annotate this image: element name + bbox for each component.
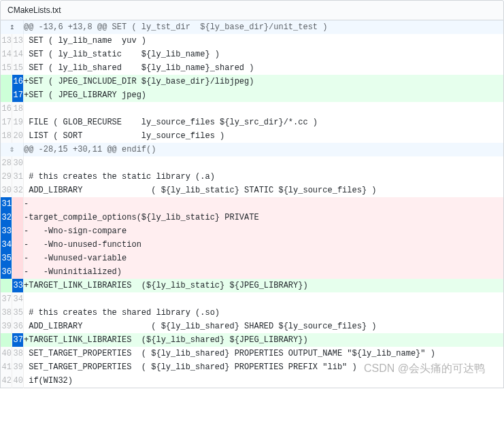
new-line-number[interactable]: 13: [12, 34, 24, 48]
old-line-number[interactable]: 42: [1, 374, 12, 388]
new-line-number[interactable]: 15: [12, 61, 24, 75]
old-line-number[interactable]: 32: [1, 211, 12, 224]
old-line-number[interactable]: 31: [1, 197, 12, 211]
code-line[interactable]: SET ( ly_lib_static ${ly_lib_name} ): [24, 48, 504, 61]
diff-row: 16+SET ( JPEG_INCLUDE_DIR ${ly_base_dir}…: [1, 75, 504, 88]
new-line-number[interactable]: 35: [12, 306, 24, 320]
code-line[interactable]: # this creates the shared library (.so): [24, 306, 504, 320]
code-line[interactable]: SET_TARGET_PROPERTIES ( ${ly_lib_shared}…: [24, 360, 504, 374]
diff-row: 32-target_compile_options(${ly_lib_stati…: [1, 211, 504, 224]
expand-button[interactable]: ⇳: [1, 143, 24, 156]
diff-row: 2931 # this creates the static library (…: [1, 170, 504, 184]
code-line[interactable]: if(WIN32): [24, 374, 504, 388]
old-line-number[interactable]: 34: [1, 238, 12, 252]
old-line-number[interactable]: [1, 75, 12, 88]
new-line-number[interactable]: 39: [12, 360, 24, 374]
old-line-number[interactable]: 17: [1, 116, 12, 129]
new-line-number[interactable]: 32: [12, 184, 24, 197]
diff-row: 1313 SET ( ly_lib_name yuv ): [1, 34, 504, 48]
code-line[interactable]: [24, 102, 504, 116]
old-line-number[interactable]: 36: [1, 265, 12, 279]
file-header[interactable]: CMakeLists.txt: [0, 0, 504, 20]
diff-row: 33- -Wno-sign-compare: [1, 224, 504, 238]
diff-row: 17+SET ( JPEG_LIBRARY jpeg): [1, 88, 504, 102]
old-line-number[interactable]: [1, 88, 12, 102]
code-line[interactable]: [24, 156, 504, 170]
new-line-number[interactable]: 31: [12, 170, 24, 184]
new-line-number[interactable]: 20: [12, 129, 24, 143]
new-line-number[interactable]: [12, 211, 24, 224]
new-line-number[interactable]: [12, 197, 24, 211]
old-line-number[interactable]: 35: [1, 252, 12, 265]
code-line[interactable]: SET ( ly_lib_shared ${ly_lib_name}_share…: [24, 61, 504, 75]
old-line-number[interactable]: 37: [1, 292, 12, 306]
code-line[interactable]: -target_compile_options(${ly_lib_static}…: [24, 211, 504, 224]
hunk-header: @@ -28,15 +30,11 @@ endif(): [24, 143, 504, 156]
new-line-number[interactable]: 14: [12, 48, 24, 61]
new-line-number[interactable]: 17: [12, 88, 24, 102]
code-line[interactable]: +SET ( JPEG_LIBRARY jpeg): [24, 88, 504, 102]
diff-row: 1515 SET ( ly_lib_shared ${ly_lib_name}_…: [1, 61, 504, 75]
old-line-number[interactable]: 39: [1, 320, 12, 333]
old-line-number[interactable]: 15: [1, 61, 12, 75]
old-line-number[interactable]: [1, 279, 12, 292]
old-line-number[interactable]: 38: [1, 306, 12, 320]
code-line[interactable]: -: [24, 197, 504, 211]
code-line[interactable]: - -Wno-sign-compare: [24, 224, 504, 238]
new-line-number[interactable]: [12, 224, 24, 238]
new-line-number[interactable]: 40: [12, 374, 24, 388]
diff-row: 1414 SET ( ly_lib_static ${ly_lib_name} …: [1, 48, 504, 61]
old-line-number[interactable]: 13: [1, 34, 12, 48]
code-line[interactable]: [24, 292, 504, 306]
new-line-number[interactable]: 36: [12, 320, 24, 333]
diff-row: 34- -Wno-unused-function: [1, 238, 504, 252]
code-line[interactable]: SET_TARGET_PROPERTIES ( ${ly_lib_shared}…: [24, 347, 504, 360]
new-line-number[interactable]: [12, 252, 24, 265]
diff-row: ↥@@ -13,6 +13,8 @@ SET ( ly_tst_dir ${ly…: [1, 20, 504, 34]
new-line-number[interactable]: 19: [12, 116, 24, 129]
code-line[interactable]: LIST ( SORT ly_source_files ): [24, 129, 504, 143]
old-line-number[interactable]: 28: [1, 156, 12, 170]
new-line-number[interactable]: 18: [12, 102, 24, 116]
new-line-number[interactable]: 30: [12, 156, 24, 170]
new-line-number[interactable]: 34: [12, 292, 24, 306]
code-line[interactable]: FILE ( GLOB_RECURSE ly_source_files ${ly…: [24, 116, 504, 129]
code-line[interactable]: +SET ( JPEG_INCLUDE_DIR ${ly_base_dir}/l…: [24, 75, 504, 88]
code-line[interactable]: SET ( ly_lib_name yuv ): [24, 34, 504, 48]
diff-row: 2830: [1, 156, 504, 170]
new-line-number[interactable]: 38: [12, 347, 24, 360]
expand-button[interactable]: ↥: [1, 20, 24, 34]
diff-row: 4038 SET_TARGET_PROPERTIES ( ${ly_lib_sh…: [1, 347, 504, 360]
new-line-number[interactable]: [12, 265, 24, 279]
old-line-number[interactable]: 29: [1, 170, 12, 184]
file-name: CMakeLists.txt: [7, 5, 61, 15]
code-line[interactable]: - -Wunused-variable: [24, 252, 504, 265]
old-line-number[interactable]: 30: [1, 184, 12, 197]
new-line-number[interactable]: 37: [12, 333, 24, 347]
new-line-number[interactable]: 16: [12, 75, 24, 88]
expand-up-icon: ↥: [1, 20, 23, 34]
old-line-number[interactable]: [1, 333, 12, 347]
code-line[interactable]: ADD_LIBRARY ( ${ly_lib_shared} SHARED ${…: [24, 320, 504, 333]
code-line[interactable]: # this creates the static library (.a): [24, 170, 504, 184]
old-line-number[interactable]: 40: [1, 347, 12, 360]
diff-table: ↥@@ -13,6 +13,8 @@ SET ( ly_tst_dir ${ly…: [0, 20, 504, 388]
diff-row: 37+TARGET_LINK_LIBRARIES (${ly_lib_share…: [1, 333, 504, 347]
code-line[interactable]: +TARGET_LINK_LIBRARIES (${ly_lib_static}…: [24, 279, 504, 292]
diff-row: 3734: [1, 292, 504, 306]
diff-row: 4240 if(WIN32): [1, 374, 504, 388]
new-line-number[interactable]: [12, 238, 24, 252]
old-line-number[interactable]: 16: [1, 102, 12, 116]
diff-row: 35- -Wunused-variable: [1, 252, 504, 265]
old-line-number[interactable]: 14: [1, 48, 12, 61]
old-line-number[interactable]: 33: [1, 224, 12, 238]
hunk-header: @@ -13,6 +13,8 @@ SET ( ly_tst_dir ${ly_…: [24, 20, 504, 34]
code-line[interactable]: - -Wuninitialized): [24, 265, 504, 279]
code-line[interactable]: - -Wno-unused-function: [24, 238, 504, 252]
old-line-number[interactable]: 41: [1, 360, 12, 374]
code-line[interactable]: +TARGET_LINK_LIBRARIES (${ly_lib_shared}…: [24, 333, 504, 347]
old-line-number[interactable]: 18: [1, 129, 12, 143]
diff-row: 1820 LIST ( SORT ly_source_files ): [1, 129, 504, 143]
code-line[interactable]: ADD_LIBRARY ( ${ly_lib_static} STATIC ${…: [24, 184, 504, 197]
new-line-number[interactable]: 33: [12, 279, 24, 292]
